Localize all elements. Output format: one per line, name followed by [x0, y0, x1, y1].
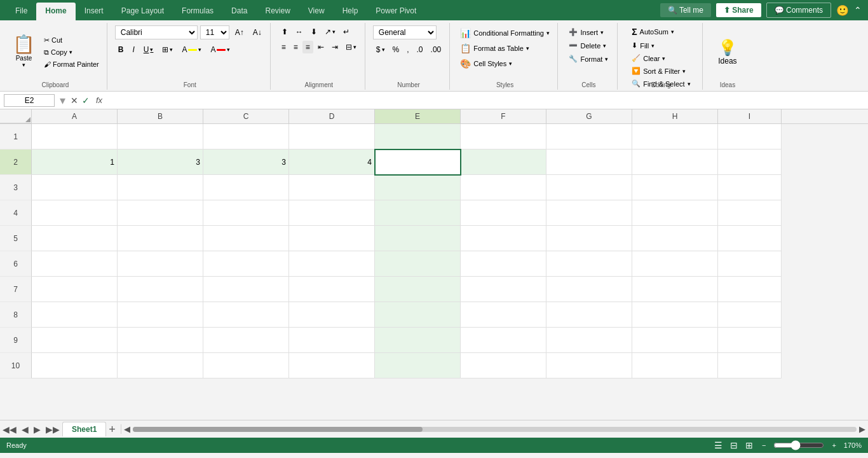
cell-c2[interactable]: 3 — [203, 149, 289, 175]
cell-a1[interactable] — [32, 124, 118, 149]
cell-a3[interactable] — [32, 175, 118, 200]
row-num-8[interactable]: 8 — [0, 302, 32, 328]
cell-h1[interactable] — [632, 124, 718, 149]
cell-c3[interactable] — [203, 175, 289, 200]
cell-c5[interactable] — [203, 226, 289, 251]
cell-i9[interactable] — [718, 328, 782, 353]
cell-d3[interactable] — [289, 175, 375, 200]
cell-b1[interactable] — [118, 124, 203, 149]
cell-i7[interactable] — [718, 277, 782, 302]
align-left-btn[interactable]: ≡ — [278, 41, 289, 53]
cell-d5[interactable] — [289, 226, 375, 251]
cell-b8[interactable] — [118, 302, 203, 328]
increase-font-btn[interactable]: A↑ — [232, 26, 247, 39]
zoom-plus-btn[interactable]: + — [832, 441, 836, 449]
bold-button[interactable]: B — [115, 43, 127, 56]
cell-e4[interactable] — [375, 200, 461, 226]
cell-f5[interactable] — [461, 226, 546, 251]
tab-home[interactable]: Home — [36, 3, 75, 20]
cell-a7[interactable] — [32, 277, 118, 302]
tab-power-pivot[interactable]: Power Pivot — [367, 3, 425, 20]
cell-b2[interactable]: 3 — [118, 149, 203, 175]
row-num-7[interactable]: 7 — [0, 277, 32, 302]
format-painter-button[interactable]: 🖌 Format Painter — [41, 59, 102, 69]
cell-e3[interactable] — [375, 175, 461, 200]
delete-btn[interactable]: ➖ Delete ▾ — [566, 40, 609, 51]
increase-indent-btn[interactable]: ⇥ — [329, 41, 341, 53]
cell-styles-btn[interactable]: 🎨 Cell Styles ▾ — [458, 57, 515, 70]
wrap-text-btn[interactable]: ↵ — [340, 25, 353, 38]
cell-d2[interactable]: 4 — [289, 149, 375, 175]
col-header-d[interactable]: D — [289, 109, 375, 123]
cell-b7[interactable] — [118, 277, 203, 302]
cell-i3[interactable] — [718, 175, 782, 200]
name-box-dropdown-icon[interactable]: ▾ — [57, 94, 68, 108]
conditional-formatting-btn[interactable]: 📊 Conditional Formatting ▾ — [458, 27, 552, 39]
cell-h2[interactable] — [632, 149, 718, 175]
ideas-btn[interactable]: 💡 Ideas — [713, 36, 742, 68]
col-header-c[interactable]: C — [203, 109, 289, 123]
comments-button[interactable]: 💬 Comments — [766, 3, 831, 18]
italic-button[interactable]: I — [129, 43, 137, 56]
tab-insert[interactable]: Insert — [76, 3, 112, 20]
zoom-minus-btn[interactable]: − — [762, 441, 766, 449]
cell-g10[interactable] — [546, 353, 632, 378]
col-header-e[interactable]: E — [375, 109, 461, 123]
cell-i2[interactable] — [718, 149, 782, 175]
cell-b10[interactable] — [118, 353, 203, 378]
tell-me-input[interactable]: 🔍 Tell me — [660, 3, 711, 17]
cell-e5[interactable] — [375, 226, 461, 251]
sheet-nav-prev[interactable]: ◀ — [19, 423, 31, 436]
cell-c7[interactable] — [203, 277, 289, 302]
font-size-select[interactable]: 11 — [200, 25, 229, 39]
insert-btn[interactable]: ➕ Insert ▾ — [566, 27, 606, 38]
cell-h10[interactable] — [632, 353, 718, 378]
row-num-3[interactable]: 3 — [0, 175, 32, 200]
name-box[interactable] — [4, 94, 55, 107]
cell-d9[interactable] — [289, 328, 375, 353]
cell-h5[interactable] — [632, 226, 718, 251]
cancel-icon[interactable]: ✕ — [71, 95, 78, 106]
col-header-i[interactable]: I — [718, 109, 782, 123]
cell-g7[interactable] — [546, 277, 632, 302]
cell-g4[interactable] — [546, 200, 632, 226]
font-color-button[interactable]: A ▾ — [207, 43, 233, 56]
cell-i8[interactable] — [718, 302, 782, 328]
cell-h3[interactable] — [632, 175, 718, 200]
cell-a9[interactable] — [32, 328, 118, 353]
cell-a4[interactable] — [32, 200, 118, 226]
col-header-b[interactable]: B — [118, 109, 203, 123]
formula-input[interactable] — [109, 96, 864, 105]
tab-page-layout[interactable]: Page Layout — [112, 3, 173, 20]
cell-d10[interactable] — [289, 353, 375, 378]
cell-f1[interactable] — [461, 124, 546, 149]
border-button[interactable]: ⊞ ▾ — [159, 43, 176, 56]
row-num-5[interactable]: 5 — [0, 226, 32, 251]
cell-b3[interactable] — [118, 175, 203, 200]
scroll-right-btn[interactable]: ▶ — [859, 424, 865, 434]
format-btn[interactable]: 🔧 Format ▾ — [566, 53, 611, 64]
sheet-nav-next[interactable]: ▶ — [31, 423, 43, 436]
zoom-slider[interactable] — [773, 440, 824, 450]
cell-f4[interactable] — [461, 200, 546, 226]
cell-d1[interactable] — [289, 124, 375, 149]
cell-f3[interactable] — [461, 175, 546, 200]
underline-button[interactable]: U ▾ — [140, 43, 157, 56]
merge-btn[interactable]: ⊟ ▾ — [342, 41, 360, 53]
cell-c8[interactable] — [203, 302, 289, 328]
cell-d6[interactable] — [289, 251, 375, 277]
cell-h6[interactable] — [632, 251, 718, 277]
page-break-view-btn[interactable]: ⊞ — [744, 439, 754, 452]
page-layout-view-btn[interactable]: ⊟ — [729, 439, 739, 452]
percent-btn[interactable]: % — [390, 43, 403, 56]
cell-d4[interactable] — [289, 200, 375, 226]
decrease-font-btn[interactable]: A↓ — [250, 26, 265, 39]
cell-i10[interactable] — [718, 353, 782, 378]
cell-a10[interactable] — [32, 353, 118, 378]
col-header-a[interactable]: A — [32, 109, 118, 123]
cell-g1[interactable] — [546, 124, 632, 149]
align-center-btn[interactable]: ≡ — [290, 41, 301, 53]
tab-data[interactable]: Data — [222, 3, 256, 20]
cell-c4[interactable] — [203, 200, 289, 226]
align-top-btn[interactable]: ⬆ — [278, 25, 291, 38]
